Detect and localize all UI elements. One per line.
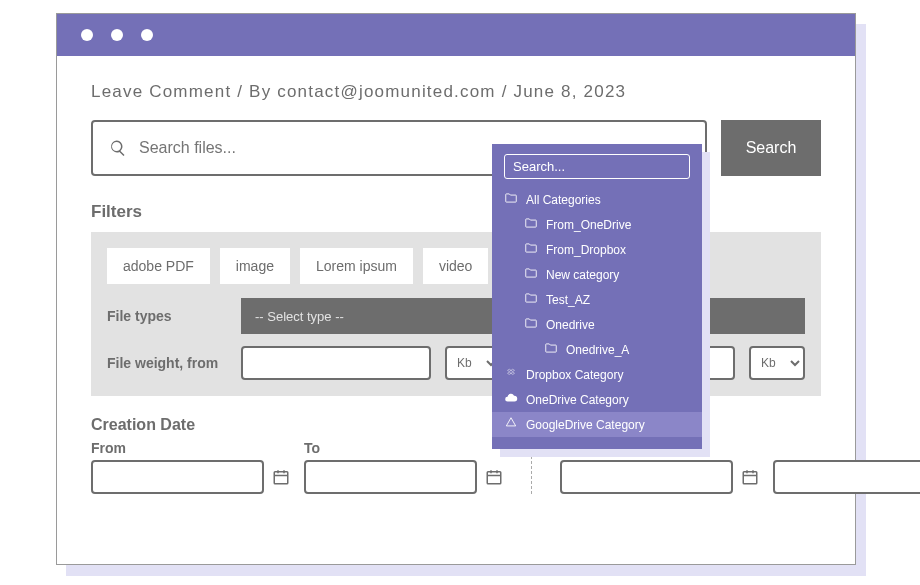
app-window: Leave Comment / By contact@joomunited.co… — [56, 13, 856, 40]
window-dot[interactable] — [111, 29, 123, 40]
window-dot[interactable] — [141, 29, 153, 40]
titlebar — [57, 14, 855, 40]
window-dot[interactable] — [81, 29, 93, 40]
